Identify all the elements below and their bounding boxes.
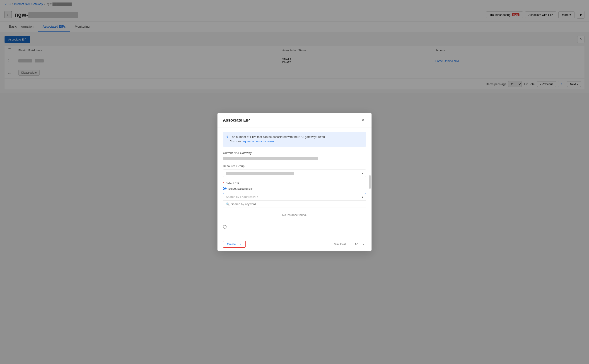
create-new-radio[interactable] <box>223 225 226 229</box>
search-icon: 🔍 <box>226 202 230 206</box>
keyword-search-input[interactable] <box>231 202 363 206</box>
modal-pagination: 0 in Total ‹ 1/1 › <box>334 241 366 247</box>
info-banner: ℹ The number of EIPs that can be associa… <box>223 132 366 147</box>
rg-blur <box>226 172 294 175</box>
info-main-text: The number of EIPs that can be associate… <box>230 135 325 139</box>
modal-close-button[interactable]: × <box>360 117 366 124</box>
info-sub-text: You can request a quota increase. <box>230 139 325 144</box>
eip-search-row: 🔍 <box>223 201 366 208</box>
select-existing-radio[interactable] <box>223 187 226 190</box>
resource-group-value <box>226 172 294 175</box>
nat-value-blur <box>223 157 318 160</box>
current-nat-label: Current NAT Gateway <box>223 151 366 155</box>
modal-scrollbar <box>369 175 371 189</box>
modal-footer: Create EIP 0 in Total ‹ 1/1 › <box>218 238 371 251</box>
required-asterisk: * <box>223 182 224 185</box>
resource-group-dropdown[interactable] <box>223 169 366 177</box>
current-nat-field: Current NAT Gateway <box>223 151 366 160</box>
modal-prev-page-button[interactable]: ‹ <box>348 241 353 247</box>
info-content: The number of EIPs that can be associate… <box>230 135 325 144</box>
select-eip-field: * Select EIP Select Existing EIP Search … <box>223 182 366 229</box>
create-new-option <box>223 225 366 229</box>
modal-title: Associate EIP <box>223 118 250 123</box>
select-eip-label: * Select EIP <box>223 182 366 185</box>
select-existing-label: Select Existing EIP <box>228 187 253 190</box>
modal-total: 0 in Total <box>334 242 346 246</box>
resource-group-field: Resource Group <box>223 164 366 177</box>
modal-body: ℹ The number of EIPs that can be associa… <box>218 127 371 238</box>
current-nat-value <box>223 156 366 160</box>
select-existing-option: Select Existing EIP <box>223 187 366 190</box>
modal-overlay: Associate EIP × ℹ The number of EIPs tha… <box>0 0 589 364</box>
eip-search-placeholder: Search by IP address/ID <box>226 195 258 199</box>
eip-dropdown: Search by IP address/ID 🔍 No instance fo… <box>223 193 366 222</box>
eip-dropdown-arrow-icon <box>362 195 363 199</box>
modal-next-page-button[interactable]: › <box>361 241 366 247</box>
resource-group-label: Resource Group <box>223 164 366 168</box>
quota-increase-link[interactable]: request a quota increase. <box>241 140 275 143</box>
eip-dropdown-header[interactable]: Search by IP address/ID <box>223 193 366 201</box>
create-eip-button[interactable]: Create EIP <box>223 241 245 248</box>
resource-group-arrow-icon <box>362 172 363 175</box>
modal-page-info: 1/1 <box>355 242 359 246</box>
info-icon: ℹ <box>226 135 228 139</box>
associate-eip-modal: Associate EIP × ℹ The number of EIPs tha… <box>218 113 371 252</box>
modal-header: Associate EIP × <box>218 113 371 127</box>
no-instance-text: No instance found. <box>223 208 366 222</box>
